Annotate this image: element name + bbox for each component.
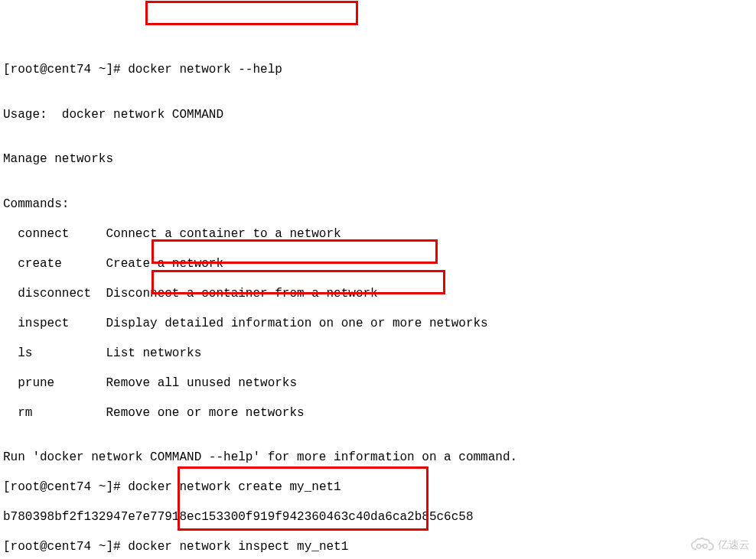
svg-point-0 bbox=[697, 544, 701, 548]
prompt: [root@cent74 ~]# bbox=[3, 480, 128, 494]
cmd-disconnect: disconnect Disconnect a container from a… bbox=[3, 287, 753, 302]
command-text: docker network inspect my_net1 bbox=[128, 540, 348, 554]
cmd-prune: prune Remove all unused networks bbox=[3, 376, 753, 392]
terminal-line: [root@cent74 ~]# docker network --help bbox=[3, 63, 753, 78]
run-help-line: Run 'docker network COMMAND --help' for … bbox=[3, 450, 753, 466]
highlight-docker-help bbox=[145, 1, 358, 25]
terminal-line: [root@cent74 ~]# docker network create m… bbox=[3, 480, 753, 496]
cmd-inspect: inspect Display detailed information on … bbox=[3, 317, 753, 332]
command-text: docker network create my_net1 bbox=[128, 480, 341, 494]
cmd-rm: rm Remove one or more networks bbox=[3, 406, 753, 421]
cmd-ls: ls List networks bbox=[3, 346, 753, 362]
prompt: [root@cent74 ~]# bbox=[3, 63, 128, 76]
terminal-line: [root@cent74 ~]# docker network inspect … bbox=[3, 540, 753, 555]
manage-line: Manage networks bbox=[3, 152, 753, 167]
cloud-icon bbox=[690, 538, 715, 553]
output-hash: b780398bf2f132947e7e77918ec153300f919f94… bbox=[3, 510, 753, 525]
watermark: 亿速云 bbox=[690, 538, 750, 553]
usage-line: Usage: docker network COMMAND bbox=[3, 108, 753, 123]
prompt: [root@cent74 ~]# bbox=[3, 540, 128, 554]
cmd-create: create Create a network bbox=[3, 257, 753, 272]
commands-header: Commands: bbox=[3, 197, 753, 213]
watermark-text: 亿速云 bbox=[718, 538, 750, 553]
cmd-connect: connect Connect a container to a network bbox=[3, 227, 753, 242]
command-text: docker network --help bbox=[128, 63, 282, 76]
